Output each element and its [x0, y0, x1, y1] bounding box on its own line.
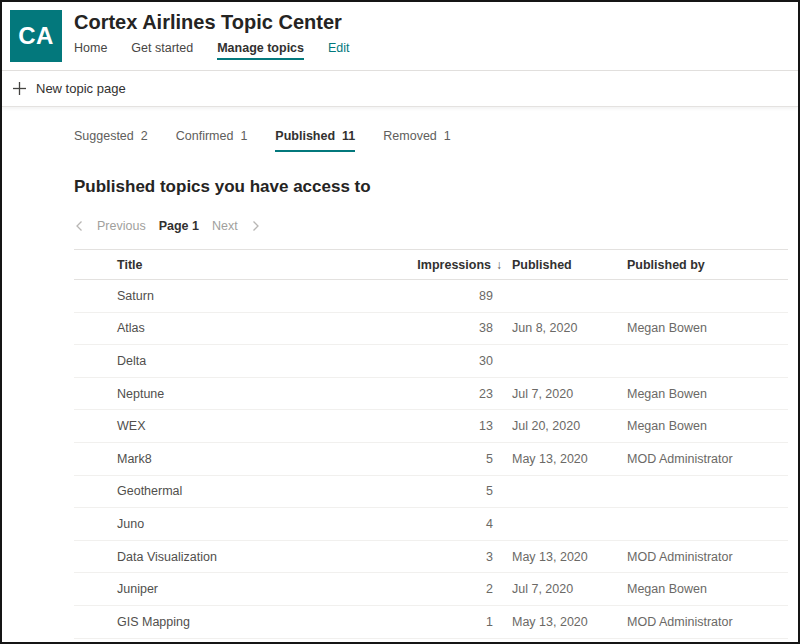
previous-button[interactable]: Previous	[97, 219, 146, 233]
cell-impressions: 23	[414, 387, 502, 401]
cell-title[interactable]: Atlas	[117, 321, 414, 335]
new-topic-page-button[interactable]: New topic page	[12, 81, 126, 96]
tab-count: 1	[444, 129, 451, 143]
tab-label: Confirmed	[176, 129, 234, 143]
table-header-row: Title Impressions ↓ Published Published …	[74, 249, 788, 280]
table-row[interactable]: WEX 13 Jul 20, 2020 Megan Bowen	[74, 410, 788, 443]
table-row[interactable]: Neptune 23 Jul 7, 2020 Megan Bowen	[74, 378, 788, 411]
main-content: Suggested 2 Confirmed 1 Published 11 Rem…	[2, 129, 798, 639]
cell-title[interactable]: Data Visualization	[117, 550, 414, 564]
cell-title[interactable]: Juno	[117, 517, 414, 531]
nav-item-get-started[interactable]: Get started	[131, 41, 193, 58]
cell-published-by: MOD Administrator	[627, 452, 788, 466]
nav-item-edit[interactable]: Edit	[328, 41, 350, 58]
cell-published: May 13, 2020	[502, 550, 627, 564]
cell-published: Jun 8, 2020	[502, 321, 627, 335]
cell-published-by: Megan Bowen	[627, 419, 788, 433]
column-header-published[interactable]: Published	[502, 258, 627, 272]
cell-title[interactable]: Mark8	[117, 452, 414, 466]
cell-title[interactable]: WEX	[117, 419, 414, 433]
site-header: CA Cortex Airlines Topic Center Home Get…	[2, 2, 798, 70]
column-header-impressions[interactable]: Impressions ↓	[414, 258, 502, 272]
column-header-published-by[interactable]: Published by	[627, 258, 788, 272]
tab-confirmed[interactable]: Confirmed 1	[176, 129, 248, 152]
site-logo[interactable]: CA	[10, 10, 62, 62]
cell-published-by: Megan Bowen	[627, 582, 788, 596]
table-row[interactable]: Delta 30	[74, 345, 788, 378]
nav-item-home[interactable]: Home	[74, 41, 107, 58]
table-row[interactable]: Saturn 89	[74, 280, 788, 313]
cell-impressions: 89	[414, 289, 502, 303]
cell-published: Jul 7, 2020	[502, 387, 627, 401]
current-page-label: Page 1	[159, 219, 199, 233]
pagination: Previous Page 1 Next	[74, 219, 788, 233]
tab-count: 1	[240, 129, 247, 143]
cell-title[interactable]: GIS Mapping	[117, 615, 414, 629]
tab-label: Published	[275, 129, 335, 143]
plus-icon	[12, 81, 27, 96]
section-heading: Published topics you have access to	[74, 177, 788, 197]
cell-impressions: 2	[414, 582, 502, 596]
command-bar: New topic page	[2, 70, 798, 107]
table-row[interactable]: Data Visualization 3 May 13, 2020 MOD Ad…	[74, 541, 788, 574]
cell-impressions: 4	[414, 517, 502, 531]
nav-item-manage-topics[interactable]: Manage topics	[217, 41, 304, 60]
chevron-right-icon[interactable]	[251, 220, 261, 232]
cell-published-by: Megan Bowen	[627, 321, 788, 335]
table-row[interactable]: Juno 4	[74, 508, 788, 541]
table-row[interactable]: Juniper 2 Jul 7, 2020 Megan Bowen	[74, 573, 788, 606]
table-row[interactable]: Atlas 38 Jun 8, 2020 Megan Bowen	[74, 313, 788, 346]
cell-published-by: Megan Bowen	[627, 387, 788, 401]
topic-center-page: CA Cortex Airlines Topic Center Home Get…	[0, 0, 800, 644]
tab-label: Removed	[383, 129, 437, 143]
cell-impressions: 1	[414, 615, 502, 629]
table-row[interactable]: Geothermal 5	[74, 476, 788, 509]
next-button[interactable]: Next	[212, 219, 238, 233]
cell-published-by: MOD Administrator	[627, 615, 788, 629]
published-topics-table: Title Impressions ↓ Published Published …	[74, 249, 788, 639]
cell-published: Jul 20, 2020	[502, 419, 627, 433]
cell-published: May 13, 2020	[502, 452, 627, 466]
table-row[interactable]: Mark8 5 May 13, 2020 MOD Administrator	[74, 443, 788, 476]
site-nav: Home Get started Manage topics Edit	[74, 41, 350, 60]
cell-impressions: 38	[414, 321, 502, 335]
tab-count: 2	[141, 129, 148, 143]
cell-impressions: 5	[414, 484, 502, 498]
tab-label: Suggested	[74, 129, 134, 143]
site-header-text: Cortex Airlines Topic Center Home Get st…	[74, 11, 350, 60]
cell-impressions: 3	[414, 550, 502, 564]
tab-count: 11	[342, 129, 355, 143]
cell-impressions: 5	[414, 452, 502, 466]
chevron-left-icon[interactable]	[74, 220, 84, 232]
cell-published-by: MOD Administrator	[627, 550, 788, 564]
page-title: Cortex Airlines Topic Center	[74, 11, 350, 34]
pivot-tabs: Suggested 2 Confirmed 1 Published 11 Rem…	[74, 129, 788, 152]
column-header-title[interactable]: Title	[117, 258, 414, 272]
cell-title[interactable]: Delta	[117, 354, 414, 368]
cell-published: Jul 7, 2020	[502, 582, 627, 596]
tab-removed[interactable]: Removed 1	[383, 129, 450, 152]
cell-published: May 13, 2020	[502, 615, 627, 629]
tab-published[interactable]: Published 11	[275, 129, 355, 152]
cell-impressions: 30	[414, 354, 502, 368]
cell-impressions: 13	[414, 419, 502, 433]
table-body: Saturn 89 Atlas 38 Jun 8, 2020 Megan Bow…	[74, 280, 788, 639]
cell-title[interactable]: Saturn	[117, 289, 414, 303]
tab-suggested[interactable]: Suggested 2	[74, 129, 148, 152]
cell-title[interactable]: Neptune	[117, 387, 414, 401]
cell-title[interactable]: Juniper	[117, 582, 414, 596]
cell-title[interactable]: Geothermal	[117, 484, 414, 498]
table-row[interactable]: GIS Mapping 1 May 13, 2020 MOD Administr…	[74, 606, 788, 639]
new-topic-page-label: New topic page	[36, 81, 126, 96]
